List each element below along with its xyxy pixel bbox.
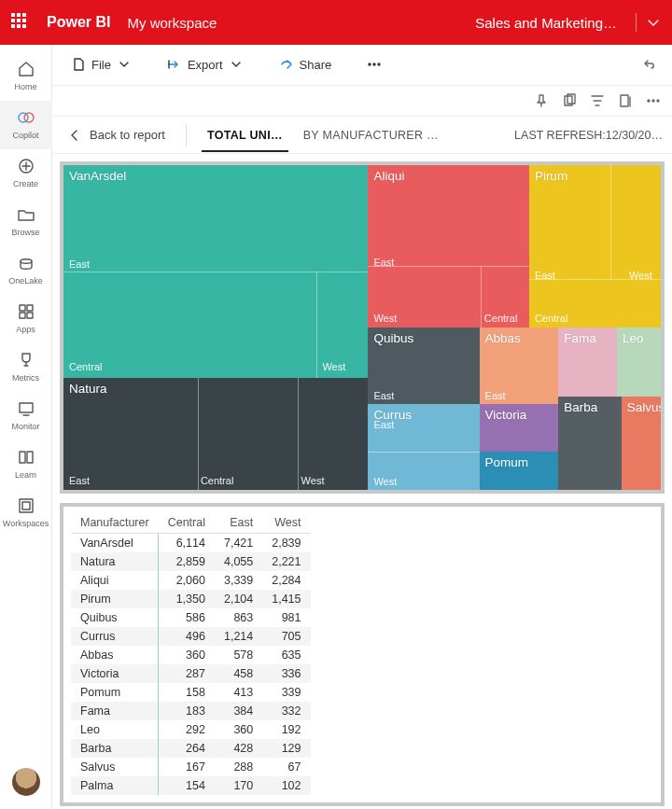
cell-value: 6,114 (159, 534, 215, 553)
treemap-cell-abbas[interactable]: AbbasEast (480, 328, 559, 404)
svg-rect-8 (20, 499, 33, 512)
cell-value: 428 (215, 739, 262, 758)
file-icon (71, 57, 86, 72)
product-name[interactable]: Power BI (47, 14, 110, 31)
treemap-cell-title: Pomum (485, 455, 529, 469)
ellipsis-icon[interactable] (646, 93, 661, 108)
treemap-cell-leo[interactable]: Leo (617, 328, 661, 397)
table-row[interactable]: Fama183384332 (71, 702, 311, 720)
filter-icon[interactable] (590, 93, 605, 108)
chevron-down-icon (229, 57, 244, 72)
cell-value: 170 (215, 776, 262, 795)
plus-circle-icon (17, 157, 35, 175)
treemap-region-label: Central (535, 313, 567, 324)
cell-value: 384 (215, 702, 262, 720)
workspace-name[interactable]: My workspace (127, 15, 217, 31)
treemap-cell-fama[interactable]: Fama (558, 328, 617, 397)
table-row[interactable]: Abbas360578635 (71, 646, 311, 664)
treemap-cell-pirum[interactable]: PirumEastWestCentral (529, 165, 661, 328)
treemap-cell-victoria[interactable]: Victoria (480, 404, 559, 452)
cell-value: 4,055 (215, 552, 262, 571)
table-row[interactable]: Natura2,8594,0552,221 (71, 552, 311, 571)
svg-rect-7 (20, 403, 33, 412)
nav-metrics[interactable]: Metrics (0, 343, 52, 392)
copy-icon[interactable] (562, 93, 577, 108)
table-row[interactable]: Victoria287458336 (71, 664, 311, 683)
cell-value: 578 (215, 646, 262, 664)
tab-total-units[interactable]: TOTAL UNI… (202, 129, 288, 142)
nav-onelake[interactable]: OneLake (0, 246, 52, 295)
report-title[interactable]: Sales and Marketing… (475, 15, 617, 31)
tab-by-manufacturer[interactable]: BY MANUFACTURER … (298, 129, 444, 142)
table-row[interactable]: Leo292360192 (71, 720, 311, 739)
back-to-report[interactable]: Back to report (62, 128, 171, 143)
file-label: File (91, 58, 111, 72)
cell-value: 2,284 (262, 571, 310, 590)
nav-copilot[interactable]: Copilot (0, 101, 52, 149)
apps-icon (17, 302, 35, 321)
treemap-visual[interactable]: VanArsdelEastCentralWestNaturaEastCentra… (60, 161, 665, 494)
report-dropdown-icon[interactable] (646, 15, 661, 30)
cell-value: 2,104 (215, 590, 262, 608)
export-menu[interactable]: Export (160, 51, 251, 77)
cell-manufacturer: Victoria (71, 664, 159, 683)
nav-monitor[interactable]: Monitor (0, 392, 52, 440)
table-row[interactable]: Pomum158413339 (71, 683, 311, 702)
treemap-cell-vanarsdel[interactable]: VanArsdelEastCentralWest (63, 165, 368, 378)
nav-workspaces[interactable]: Workspaces (0, 489, 52, 537)
treemap-cell-currus[interactable]: CurrusEastWest (368, 404, 479, 490)
table-row[interactable]: Palma154170102 (71, 776, 311, 795)
file-menu[interactable]: File (63, 51, 139, 77)
folder-icon (17, 205, 35, 224)
svg-point-12 (378, 63, 380, 65)
monitor-icon (17, 399, 35, 418)
cell-value: 496 (159, 627, 215, 646)
nav-create[interactable]: Create (0, 149, 52, 198)
book-icon (17, 448, 35, 467)
column-header[interactable]: Manufacturer (71, 512, 159, 534)
table-row[interactable]: Barba264428129 (71, 739, 311, 758)
table-row[interactable]: Pirum1,3502,1041,415 (71, 590, 311, 608)
nav-browse[interactable]: Browse (0, 198, 52, 246)
table-row[interactable]: VanArsdel6,1147,4212,839 (71, 534, 311, 553)
nav-home[interactable]: Home (0, 52, 52, 101)
table-row[interactable]: Quibus586863981 (71, 608, 311, 627)
table-row[interactable]: Currus4961,214705 (71, 627, 311, 646)
cell-value: 264 (159, 739, 215, 758)
treemap-cell-quibus[interactable]: QuibusEast (368, 328, 479, 404)
cell-value: 129 (262, 739, 310, 758)
cell-value: 2,839 (262, 534, 310, 553)
app-launcher-icon[interactable] (11, 13, 30, 32)
svg-rect-9 (22, 502, 30, 509)
treemap-cell-title: Salvus (627, 400, 661, 414)
table-row[interactable]: Salvus16728867 (71, 758, 311, 776)
treemap-region-label: East (373, 419, 394, 430)
treemap-cell-pomum[interactable]: Pomum (480, 452, 559, 490)
nav-label: Workspaces (3, 519, 49, 528)
nav-learn[interactable]: Learn (0, 440, 52, 489)
cell-manufacturer: VanArsdel (71, 534, 159, 553)
treemap-cell-barba[interactable]: Barba (558, 397, 621, 490)
pin-icon[interactable] (534, 93, 549, 108)
export-label: Export (188, 58, 223, 72)
undo-icon[interactable] (642, 57, 657, 72)
user-avatar[interactable] (12, 768, 40, 796)
cell-value: 458 (215, 664, 262, 683)
column-header[interactable]: East (215, 512, 262, 534)
column-header[interactable]: West (262, 512, 310, 534)
nav-label: Copilot (12, 131, 38, 140)
column-header[interactable]: Central (159, 512, 215, 534)
matrix-visual[interactable]: ManufacturerCentralEastWest VanArsdel6,1… (60, 503, 665, 806)
bookmark-icon[interactable] (618, 93, 633, 108)
treemap-cell-natura[interactable]: NaturaEastCentralWest (63, 378, 368, 490)
table-row[interactable]: Aliqui2,0603,3392,284 (71, 571, 311, 590)
copilot-icon (17, 108, 35, 127)
treemap-region-label: East (69, 258, 90, 270)
more-menu[interactable] (359, 51, 389, 77)
share-button[interactable]: Share (272, 51, 340, 77)
nav-apps[interactable]: Apps (0, 295, 52, 343)
svg-rect-4 (27, 305, 33, 311)
treemap-cell-aliqui[interactable]: AliquiEastWestCentral (368, 165, 528, 328)
treemap-cell-salvus[interactable]: Salvus (622, 397, 661, 490)
treemap-cell-title: Aliqui (373, 169, 404, 183)
